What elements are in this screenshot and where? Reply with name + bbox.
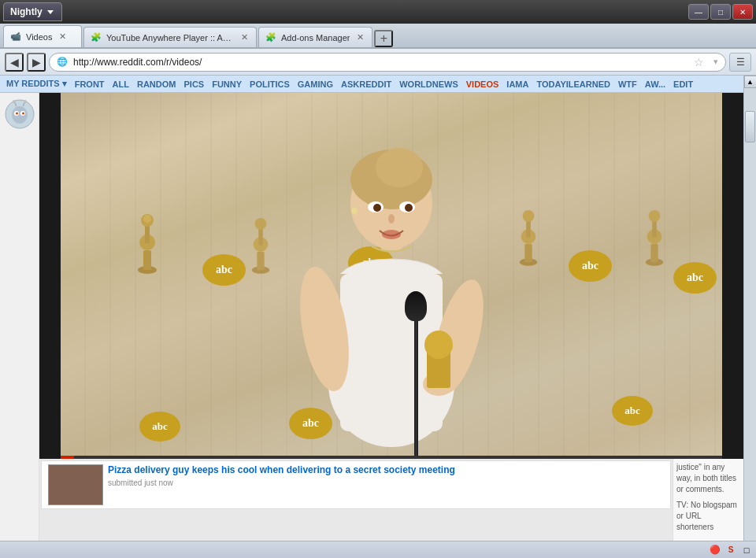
svg-rect-11	[143, 250, 151, 270]
scroll-track[interactable]	[744, 88, 756, 545]
status-icon-1: 🔴	[709, 544, 721, 556]
reddit-nav-worldnews[interactable]: WORLDNEWS	[399, 79, 458, 89]
nightly-label: Nightly	[10, 6, 43, 17]
svg-rect-17	[257, 252, 264, 270]
nav-bar: ◀ ▶ 🌐 ☆ ▾ ☰	[0, 49, 756, 76]
abc-logo-4: abc	[673, 262, 717, 294]
reddit-nav-aw[interactable]: AW...	[645, 79, 665, 89]
reddit-nav-pics[interactable]: PICS	[183, 79, 204, 89]
back-button[interactable]: ◀	[5, 53, 24, 72]
minimize-button[interactable]: —	[688, 4, 709, 20]
reddit-nav-videos[interactable]: VIDEOS	[466, 79, 499, 89]
tab-videos-close-icon[interactable]: ✕	[57, 31, 68, 42]
svg-point-15	[143, 215, 151, 223]
reddit-nav-iama[interactable]: IAMA	[506, 79, 528, 89]
status-bar: 🔴 S □	[0, 541, 756, 558]
svg-point-5	[22, 113, 24, 115]
post-meta: submitted just now	[108, 479, 455, 487]
video-progress-fill	[61, 456, 74, 459]
reddit-nav-all[interactable]: ALL	[113, 79, 129, 89]
right-sidebar-text2: TV: No blogspam or URL shorteners	[676, 500, 740, 533]
tab-youtube-title: YouTube Anywhere Player :: Add-ons fo...	[106, 33, 234, 42]
right-sidebar-text1: justice" in any way, in both titles or c…	[676, 462, 740, 495]
reddit-nav-todayilearned[interactable]: TODAYILEARNED	[536, 79, 610, 89]
reddit-nav-edit[interactable]: EDIT	[673, 79, 693, 89]
title-bar-left: Nightly	[3, 2, 62, 21]
oscar-3	[517, 207, 539, 266]
mic-head	[405, 291, 427, 321]
reddit-nav: MY REDDITS ▾ FRONT ALL RANDOM PICS FUNNY…	[0, 76, 743, 93]
nightly-dropdown-arrow-icon	[47, 10, 54, 14]
reddit-nav-wtf[interactable]: WTF	[618, 79, 637, 89]
tab-addons-favicon-icon: 🧩	[265, 32, 276, 43]
post-item: Pizza delivery guy keeps his cool when d…	[41, 460, 671, 509]
content-row: MY REDDITS ▾ FRONT ALL RANDOM PICS FUNNY…	[0, 76, 756, 558]
oscar-1	[135, 211, 159, 274]
reddit-nav-politics[interactable]: POLITICS	[250, 79, 290, 89]
tab-videos-favicon-icon: 📹	[10, 31, 21, 42]
tab-youtube[interactable]: 🧩 YouTube Anywhere Player :: Add-ons fo.…	[83, 27, 257, 47]
post-thumbnail	[48, 464, 103, 505]
mic-stand	[414, 317, 418, 459]
page-body: abc abc abc abc abc abc abc abc	[0, 93, 743, 558]
scroll-thumb[interactable]	[745, 111, 755, 142]
scrollbar: ▲ ▼	[743, 76, 756, 558]
svg-point-45	[405, 204, 413, 212]
url-input[interactable]	[49, 53, 726, 72]
tab-addons[interactable]: 🧩 Add-ons Manager ✕	[258, 27, 372, 47]
svg-point-48	[351, 208, 358, 214]
tab-youtube-favicon-icon: 🧩	[91, 32, 102, 43]
abc-logo-5: abc	[139, 412, 180, 442]
scroll-up-button[interactable]: ▲	[744, 76, 757, 88]
status-icon-2: S	[724, 544, 737, 556]
abc-logo-3: abc	[569, 250, 612, 282]
person-figure	[281, 116, 502, 447]
svg-point-30	[649, 210, 661, 222]
svg-rect-22	[524, 244, 532, 262]
maximize-button[interactable]: □	[710, 4, 731, 20]
tab-videos[interactable]: 📹 Videos ✕	[3, 25, 82, 47]
svg-point-20	[255, 218, 267, 230]
post-info: Pizza delivery guy keeps his cool when d…	[108, 464, 455, 487]
tab-youtube-close-icon[interactable]: ✕	[239, 32, 250, 43]
tab-addons-title: Add-ons Manager	[281, 33, 350, 42]
svg-point-1	[12, 106, 28, 124]
status-icon-3: □	[740, 544, 753, 556]
svg-point-37	[424, 331, 453, 359]
page-content: MY REDDITS ▾ FRONT ALL RANDOM PICS FUNNY…	[0, 76, 743, 558]
video-player[interactable]: abc abc abc abc abc abc abc abc	[61, 93, 722, 459]
bookmark-star-icon[interactable]: ☆	[694, 56, 704, 68]
post-title[interactable]: Pizza delivery guy keeps his cool when d…	[108, 464, 455, 477]
tab-videos-title: Videos	[26, 32, 52, 42]
new-tab-button[interactable]: +	[374, 30, 393, 47]
oscar-4	[643, 207, 665, 266]
reddit-nav-front[interactable]: FRONT	[75, 79, 105, 89]
svg-point-4	[16, 113, 18, 115]
svg-point-41	[376, 148, 423, 187]
tab-addons-close-icon[interactable]: ✕	[354, 32, 365, 43]
svg-point-47	[382, 230, 401, 239]
title-bar: Nightly — □ ✕	[0, 0, 756, 24]
abc-logo-1: abc	[202, 254, 246, 286]
close-button[interactable]: ✕	[732, 4, 753, 20]
video-progress-track	[61, 456, 722, 459]
svg-point-25	[523, 210, 535, 222]
oscar-2	[250, 215, 272, 274]
svg-point-44	[373, 204, 381, 212]
browser-window: Nightly — □ ✕ 📹 Videos ✕ 🧩 YouTube Anywh…	[0, 0, 756, 558]
url-arrow-icon[interactable]: ▾	[713, 57, 718, 67]
reddit-nav-random[interactable]: RANDOM	[137, 79, 176, 89]
browser-menu-button[interactable]: ☰	[729, 53, 751, 72]
left-sidebar	[0, 93, 39, 558]
abc-logo-7: abc	[612, 396, 653, 426]
nightly-menu-button[interactable]: Nightly	[3, 2, 62, 21]
main-area: abc abc abc abc abc abc abc abc	[39, 93, 743, 558]
reddit-alien-logo	[5, 99, 35, 129]
forward-button[interactable]: ▶	[27, 53, 46, 72]
reddit-nav-askreddit[interactable]: ASKREDDIT	[341, 79, 391, 89]
reddit-nav-gaming[interactable]: GAMING	[298, 79, 333, 89]
reddit-nav-my-reddits[interactable]: MY REDDITS ▾	[6, 79, 67, 89]
reddit-nav-funny[interactable]: FUNNY	[212, 79, 242, 89]
tab-bar: 📹 Videos ✕ 🧩 YouTube Anywhere Player :: …	[0, 24, 756, 49]
video-wrapper: abc abc abc abc abc abc abc abc	[39, 93, 743, 459]
